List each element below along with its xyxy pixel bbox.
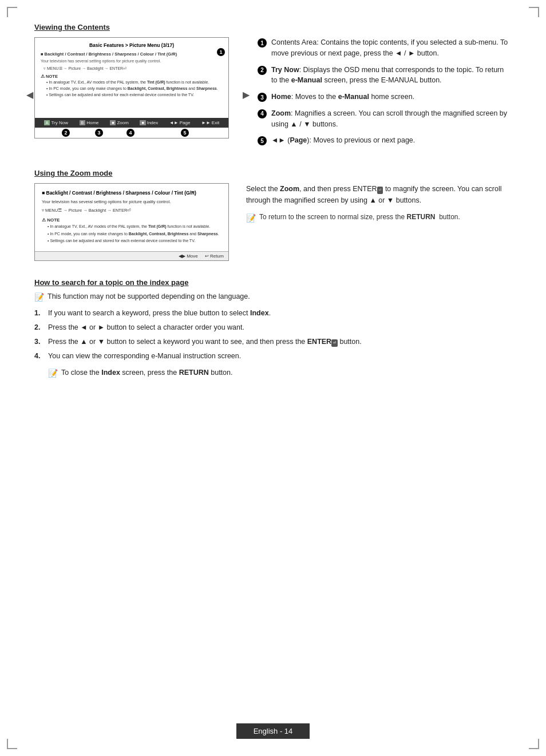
zoom-screen-sub: Your television has several setting opti… xyxy=(42,199,221,205)
viewing-annotations: 1 Contents Area: Contains the topic cont… xyxy=(258,37,512,152)
screen-bullet-1: • In analogue TV, Ext., AV modes of the … xyxy=(46,80,223,85)
screen-arrow-right: ▶ xyxy=(243,89,250,100)
screen-arrow-left: ◀ xyxy=(26,89,33,100)
zoom-text-area: Select the Zoom, and then press ENTER⏎ t… xyxy=(246,183,512,261)
note-icon: 📝 xyxy=(246,212,256,224)
steps-list: 1. If you want to search a keyword, pres… xyxy=(34,307,512,362)
screen-content-area: Basic Features > Picture Menu (3/17) ■ B… xyxy=(35,38,228,118)
step-item-1: 1. If you want to search a keyword, pres… xyxy=(34,307,512,319)
screen-title: Basic Features > Picture Menu (3/17) xyxy=(41,42,223,49)
annotation-item-3: 3 Home: Moves to the e-Manual home scree… xyxy=(258,92,512,102)
screen-bullet-3: • Settings can be adjusted and stored fo… xyxy=(46,92,223,98)
annotation-num-4: 4 xyxy=(258,109,267,118)
annotation-text-5: ◄► (Page): Moves to previous or next pag… xyxy=(271,135,512,146)
zoom-bullet-1: • In analogue TV, Ext., AV modes of the … xyxy=(48,224,221,230)
screen-content-sub: Your television has several setting opti… xyxy=(41,58,223,64)
annotation-num-3: 3 xyxy=(258,93,267,102)
badge-1: 1 xyxy=(217,48,225,56)
step-num-2: 2. xyxy=(34,322,45,333)
nav-zoom: ■ Zoom xyxy=(110,120,129,125)
viewing-screen-mockup: Basic Features > Picture Menu (3/17) ■ B… xyxy=(34,37,229,138)
annotation-text-2: Try Now: Displays the OSD menu that corr… xyxy=(271,65,512,86)
zoom-bullet-3: • Settings can be adjusted and stored fo… xyxy=(48,238,221,244)
screen-bullet-2: • In PC mode, you can only make changes … xyxy=(46,86,223,92)
nav-exit: ►► Exit xyxy=(201,120,219,125)
viewing-contents-section: ◀ Basic Features > Picture Menu (3/17) ■… xyxy=(34,37,512,152)
nav-page-label: Page xyxy=(180,120,191,125)
nav-home: B Home xyxy=(80,120,99,125)
zoom-screen-wrapper: ■ Backlight / Contrast / Brightness / Sh… xyxy=(34,183,229,261)
annotation-item-1: 1 Contents Area: Contains the topic cont… xyxy=(258,37,512,59)
step-text-3: Press the ▲ or ▼ button to select a keyw… xyxy=(48,336,512,347)
badge-3: 3 xyxy=(95,129,103,137)
annotation-num-5: 5 xyxy=(258,136,267,145)
nav-exit-label: Exit xyxy=(212,120,219,125)
annotation-item-5: 5 ◄► (Page): Moves to previous or next p… xyxy=(258,135,512,146)
annotation-num-2: 2 xyxy=(258,66,267,75)
nav-zoom-icon: ■ xyxy=(110,120,116,125)
annotation-text-1: Contents Area: Contains the topic conten… xyxy=(271,37,512,59)
badge-5: 5 xyxy=(181,129,189,137)
zoom-nav-move: ◀▶ Move xyxy=(179,254,198,259)
footer-label: English - 14 xyxy=(236,723,310,739)
nav-try-now: A Try Now xyxy=(44,120,68,125)
step-item-4: 4. You can view the corresponding e-Manu… xyxy=(34,350,512,362)
annotation-text-4: Zoom: Magnifies a screen. You can scroll… xyxy=(271,108,512,130)
nav-try-now-label: Try Now xyxy=(51,120,68,125)
page: Viewing the Contents ◀ Basic Features > … xyxy=(0,0,546,756)
zoom-note-para: 📝 To return to the screen to normal size… xyxy=(246,212,512,224)
badge-4: 4 xyxy=(126,129,134,137)
step-item-2: 2. Press the ◄ or ► button to select a c… xyxy=(34,322,512,333)
screen-content-bold: ■ Backlight / Contrast / Brightness / Sh… xyxy=(41,52,223,58)
nav-try-now-icon: A xyxy=(44,120,50,125)
annotation-item-4: 4 Zoom: Magnifies a screen. You can scro… xyxy=(258,108,512,130)
annotation-list: 1 Contents Area: Contains the topic cont… xyxy=(258,37,512,146)
step-text-4: You can view the corresponding e-Manual … xyxy=(48,350,512,362)
badge-2: 2 xyxy=(62,129,70,137)
nav-exit-icon: ►► xyxy=(201,120,211,125)
zoom-note-title: ⚠ NOTE xyxy=(42,217,221,224)
index-note-text: This function may not be supported depen… xyxy=(48,292,250,302)
zoom-mode-section: ■ Backlight / Contrast / Brightness / Sh… xyxy=(34,183,512,261)
nav-badges-row: 2 3 4 5 xyxy=(35,128,228,138)
annotation-text-3: Home: Moves to the e-Manual home screen. xyxy=(271,92,512,102)
index-section: How to search for a topic on the index p… xyxy=(34,278,512,378)
nav-zoom-label: Zoom xyxy=(117,120,128,125)
nav-home-icon: B xyxy=(80,120,86,125)
zoom-nav-return: ↩ Return xyxy=(205,254,224,259)
zoom-nav-bar: ◀▶ Move ↩ Return xyxy=(35,251,228,260)
step-note: 📝 To close the Index screen, press the R… xyxy=(48,369,512,378)
step-num-3: 3. xyxy=(34,336,45,347)
step-num-1: 1. xyxy=(34,307,45,319)
zoom-return-note: To return to the screen to normal size, … xyxy=(259,212,460,224)
index-note: 📝 This function may not be supported dep… xyxy=(34,292,512,302)
zoom-screen-mockup: ■ Backlight / Contrast / Brightness / Sh… xyxy=(34,183,229,261)
annotation-item-2: 2 Try Now: Displays the OSD menu that co… xyxy=(258,65,512,86)
index-section-title: How to search for a topic on the index p… xyxy=(34,278,512,287)
index-note-icon: 📝 xyxy=(34,292,44,302)
nav-page-icon: ◄► xyxy=(169,120,179,125)
zoom-text-p1: Select the Zoom, and then press ENTER⏎ t… xyxy=(246,183,512,206)
footer: English - 14 xyxy=(0,723,546,739)
screen-note-title: ⚠ NOTE xyxy=(41,74,223,80)
viewing-contents-title: Viewing the Contents xyxy=(34,23,512,31)
nav-page: ◄► Page xyxy=(169,120,191,125)
nav-index: ■ Index xyxy=(140,120,158,125)
zoom-bullet-2: • In PC mode, you can only make changes … xyxy=(48,231,221,238)
screen-menu-line: ▿ MENU☰ → Picture → Backlight → ENTER⏎ xyxy=(43,66,223,72)
zoom-screen-inner: ■ Backlight / Contrast / Brightness / Sh… xyxy=(35,184,228,251)
annotation-num-1: 1 xyxy=(258,38,267,48)
screen-navigation-bar: A Try Now B Home ■ Zoom ■ Index xyxy=(35,118,228,128)
step-text-1: If you want to search a keyword, press t… xyxy=(48,307,512,319)
nav-home-label: Home xyxy=(86,120,98,125)
nav-index-label: Index xyxy=(147,120,159,125)
zoom-screen-title: ■ Backlight / Contrast / Brightness / Sh… xyxy=(42,189,221,197)
step-text-2: Press the ◄ or ► button to select a char… xyxy=(48,322,512,333)
step-note-text: To close the Index screen, press the RET… xyxy=(61,369,232,378)
screen-note-section: ⚠ NOTE • In analogue TV, Ext., AV modes … xyxy=(41,74,223,98)
step-note-icon: 📝 xyxy=(48,369,58,378)
nav-index-icon: ■ xyxy=(140,120,145,125)
step-num-4: 4. xyxy=(34,350,45,362)
zoom-mode-title: Using the Zoom mode xyxy=(34,169,512,177)
zoom-screen-menu: ▿ MENU☰ → Picture → Backlight → ENTER⏎ xyxy=(42,207,221,213)
